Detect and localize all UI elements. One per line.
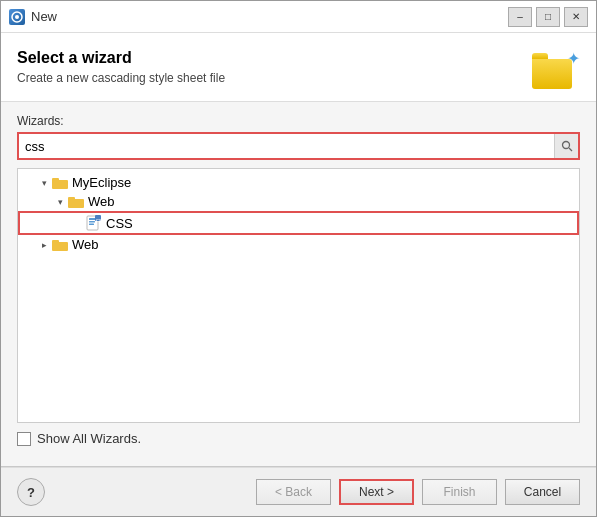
svg-rect-9: [89, 218, 96, 220]
search-icon-svg: [561, 140, 573, 152]
window-controls: – □ ✕: [508, 7, 588, 27]
wizards-label: Wizards:: [17, 114, 580, 128]
svg-line-3: [569, 148, 572, 151]
expand-arrow-web: ▾: [54, 196, 66, 208]
expand-arrow-myeclipse: ▾: [38, 177, 50, 189]
header-section: Select a wizard Create a new cascading s…: [1, 33, 596, 102]
close-button[interactable]: ✕: [564, 7, 588, 27]
window-title: New: [31, 9, 508, 24]
back-button[interactable]: < Back: [256, 479, 331, 505]
svg-rect-5: [52, 178, 59, 182]
tree-item-web-top[interactable]: ▸ Web: [18, 235, 579, 254]
svg-rect-15: [52, 240, 59, 244]
tree-label-web-top: Web: [72, 237, 99, 252]
next-button[interactable]: Next >: [339, 479, 414, 505]
maximize-button[interactable]: □: [536, 7, 560, 27]
search-input[interactable]: [19, 136, 554, 157]
title-bar: New – □ ✕: [1, 1, 596, 33]
folder-icon-web-top: [52, 238, 68, 251]
tree-label-myeclipse: MyEclipse: [72, 175, 131, 190]
tree-label-css: CSS: [106, 216, 133, 231]
new-wizard-window: New – □ ✕ Select a wizard Create a new c…: [0, 0, 597, 517]
header-icon: ✦: [532, 49, 580, 89]
search-icon[interactable]: [554, 134, 578, 158]
cancel-button[interactable]: Cancel: [505, 479, 580, 505]
show-all-label: Show All Wizards.: [37, 431, 141, 446]
folder-body: [532, 59, 572, 89]
wizard-subtitle: Create a new cascading style sheet file: [17, 71, 532, 85]
tree-item-web-myeclipse[interactable]: ▾ Web: [18, 192, 579, 211]
content-area: Wizards: ▾ MyEcl: [1, 102, 596, 466]
wizard-title: Select a wizard: [17, 49, 532, 67]
show-all-checkbox[interactable]: [17, 432, 31, 446]
tree-container[interactable]: ▾ MyEclipse ▾ Web: [17, 168, 580, 423]
search-input-container: [17, 132, 580, 160]
css-file-icon: CS: [86, 215, 102, 231]
svg-text:CS: CS: [96, 218, 102, 223]
help-button[interactable]: ?: [17, 478, 45, 506]
folder-icon-web: [68, 195, 84, 208]
app-icon: [9, 9, 25, 25]
svg-point-2: [562, 142, 569, 149]
tree-item-css[interactable]: CS CSS: [18, 211, 579, 235]
minimize-button[interactable]: –: [508, 7, 532, 27]
svg-rect-10: [89, 221, 95, 223]
no-arrow-css: [72, 217, 84, 229]
finish-button[interactable]: Finish: [422, 479, 497, 505]
sparkle-icon: ✦: [567, 49, 580, 68]
svg-point-1: [15, 15, 19, 19]
header-text: Select a wizard Create a new cascading s…: [17, 49, 532, 85]
folder-icon-myeclipse: [52, 176, 68, 189]
svg-rect-11: [89, 224, 94, 226]
svg-rect-7: [68, 197, 75, 201]
tree-item-myeclipse[interactable]: ▾ MyEclipse: [18, 173, 579, 192]
tree-label-web-myeclipse: Web: [88, 194, 115, 209]
button-bar: ? < Back Next > Finish Cancel: [1, 467, 596, 516]
expand-arrow-web-top: ▸: [38, 239, 50, 251]
show-all-section: Show All Wizards.: [17, 423, 580, 454]
